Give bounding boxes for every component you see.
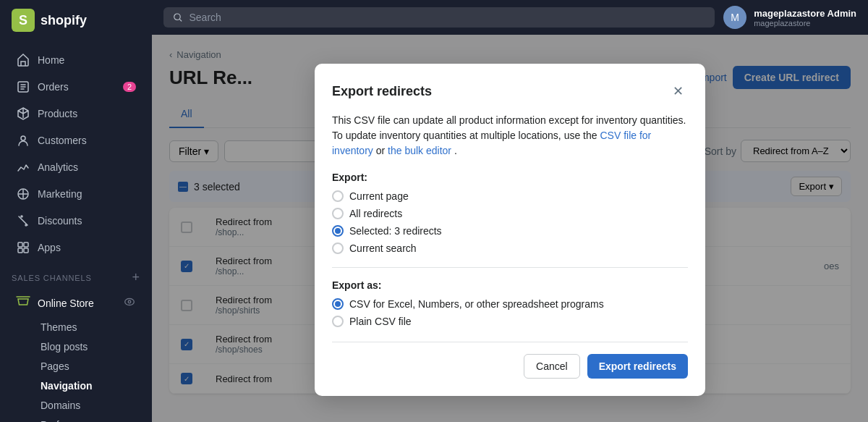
export-as-csv-excel[interactable]: CSV for Excel, Numbers, or other spreads… xyxy=(332,298,688,310)
sidebar-logo-text: shopify xyxy=(41,13,87,28)
avatar: M xyxy=(723,6,746,29)
sidebar-item-navigation[interactable]: Navigation xyxy=(29,376,148,395)
export-as-label: Export as: xyxy=(332,279,688,291)
main-area: M mageplazastore Admin mageplazastore ‹ … xyxy=(152,0,868,422)
user-store: mageplazastore xyxy=(754,19,856,28)
svg-point-1 xyxy=(21,136,25,140)
radio-csv-excel[interactable] xyxy=(332,298,344,310)
modal-description: This CSV file can update all product inf… xyxy=(332,113,688,159)
export-as-plain-csv[interactable]: Plain CSV file xyxy=(332,316,688,327)
shopify-icon: S xyxy=(12,9,35,32)
sidebar-nav: Home Orders 2 Products Customers xyxy=(0,41,152,422)
sidebar-item-label-discounts: Discounts xyxy=(38,215,82,227)
user-name: mageplazastore Admin xyxy=(754,8,856,19)
modal-overlay[interactable]: Export redirects ✕ This CSV file can upd… xyxy=(152,35,868,422)
topbar: M mageplazastore Admin mageplazastore xyxy=(152,0,868,35)
online-store-icon xyxy=(16,295,30,311)
modal-header: Export redirects ✕ xyxy=(332,81,688,101)
export-as-group: CSV for Excel, Numbers, or other spreads… xyxy=(332,298,688,327)
bulk-editor-link[interactable]: the bulk editor xyxy=(388,145,451,156)
orders-badge: 2 xyxy=(123,82,136,92)
analytics-icon xyxy=(16,160,30,174)
export-option-all-redirects[interactable]: All redirects xyxy=(332,208,688,219)
sidebar-item-apps[interactable]: Apps xyxy=(4,235,148,261)
sales-channels-section: SALES CHANNELS + xyxy=(0,261,152,288)
sidebar-item-domains[interactable]: Domains xyxy=(29,396,148,415)
eye-icon[interactable] xyxy=(123,295,136,311)
sidebar-item-label-marketing: Marketing xyxy=(38,188,82,200)
svg-rect-4 xyxy=(24,242,28,247)
sidebar-item-label-home: Home xyxy=(38,54,64,66)
sidebar-item-marketing[interactable]: Marketing xyxy=(4,181,148,207)
export-option-current-page[interactable]: Current page xyxy=(332,190,688,202)
radio-plain-csv[interactable] xyxy=(332,316,344,327)
apps-icon xyxy=(16,240,30,255)
sidebar-item-discounts[interactable]: Discounts xyxy=(4,208,148,234)
sidebar-item-themes[interactable]: Themes xyxy=(29,318,148,337)
radio-selected[interactable] xyxy=(332,225,344,237)
sidebar-item-orders[interactable]: Orders 2 xyxy=(4,74,148,100)
search-bar[interactable] xyxy=(163,7,715,28)
sidebar-item-analytics[interactable]: Analytics xyxy=(4,154,148,180)
radio-current-page[interactable] xyxy=(332,190,344,202)
add-sales-channel-button[interactable]: + xyxy=(132,270,140,285)
home-icon xyxy=(16,53,30,67)
svg-point-13 xyxy=(174,14,181,20)
close-button[interactable]: ✕ xyxy=(668,81,688,101)
export-modal: Export redirects ✕ This CSV file can upd… xyxy=(315,64,705,396)
online-store-label: Online Store xyxy=(38,297,94,309)
user-info: mageplazastore Admin mageplazastore xyxy=(754,8,856,28)
export-options-group: Current page All redirects Selected: 3 r… xyxy=(332,190,688,254)
svg-rect-5 xyxy=(18,248,22,253)
svg-point-8 xyxy=(128,300,131,303)
customers-icon xyxy=(16,133,30,148)
search-icon xyxy=(172,12,183,23)
discounts-icon xyxy=(16,214,30,228)
export-options-label: Export: xyxy=(332,172,688,183)
export-option-selected[interactable]: Selected: 3 redirects xyxy=(332,225,688,237)
products-icon xyxy=(16,106,30,121)
sidebar-item-label-apps: Apps xyxy=(38,242,61,253)
sidebar-item-pages[interactable]: Pages xyxy=(29,357,148,376)
radio-all-redirects[interactable] xyxy=(332,208,344,219)
sidebar-item-blog-posts[interactable]: Blog posts xyxy=(29,337,148,356)
sidebar-item-preferences[interactable]: Preferences xyxy=(29,415,148,422)
sidebar-logo[interactable]: S shopify xyxy=(0,0,152,41)
sidebar-item-label-analytics: Analytics xyxy=(38,161,78,173)
modal-footer: Cancel Export redirects xyxy=(332,342,688,379)
svg-rect-6 xyxy=(24,248,28,253)
modal-title: Export redirects xyxy=(332,84,432,99)
export-option-current-search[interactable]: Current search xyxy=(332,242,688,254)
svg-point-7 xyxy=(125,299,135,305)
radio-current-search[interactable] xyxy=(332,242,344,254)
sidebar-item-label-products: Products xyxy=(38,108,77,119)
export-button[interactable]: Export redirects xyxy=(587,354,688,379)
topbar-user: M mageplazastore Admin mageplazastore xyxy=(723,6,856,29)
svg-rect-3 xyxy=(18,242,22,247)
marketing-icon xyxy=(16,187,30,201)
sidebar-item-online-store[interactable]: Online Store xyxy=(4,289,148,317)
sidebar-item-customers[interactable]: Customers xyxy=(4,127,148,153)
sidebar: S shopify Home Orders 2 Products xyxy=(0,0,152,422)
page-content: ‹ Navigation URL Re... Import Create URL… xyxy=(152,35,868,422)
orders-icon xyxy=(16,80,30,94)
cancel-button[interactable]: Cancel xyxy=(524,354,580,379)
sidebar-item-home[interactable]: Home xyxy=(4,47,148,73)
modal-divider xyxy=(332,267,688,268)
sidebar-item-label-customers: Customers xyxy=(38,135,87,146)
online-store-subnav: Themes Blog posts Pages Navigation Domai… xyxy=(0,318,152,422)
sidebar-item-label-orders: Orders xyxy=(38,81,69,93)
search-input[interactable] xyxy=(189,12,706,23)
sidebar-item-products[interactable]: Products xyxy=(4,101,148,127)
